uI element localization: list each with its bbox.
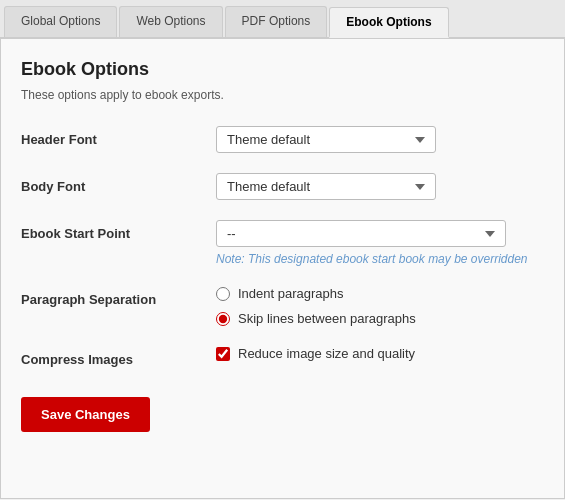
- radio-indent-paragraphs[interactable]: Indent paragraphs: [216, 286, 544, 301]
- tabs-container: Global Options Web Options PDF Options E…: [0, 0, 565, 39]
- body-font-select[interactable]: Theme default Arial Georgia Times New Ro…: [216, 173, 436, 200]
- compress-images-option-label: Reduce image size and quality: [238, 346, 415, 361]
- radio-indent-label: Indent paragraphs: [238, 286, 344, 301]
- tab-ebook-options[interactable]: Ebook Options: [329, 7, 448, 38]
- compress-images-checkbox[interactable]: [216, 347, 230, 361]
- paragraph-separation-row: Paragraph Separation Indent paragraphs S…: [21, 286, 544, 326]
- page-subtitle: These options apply to ebook exports.: [21, 88, 544, 102]
- header-font-row: Header Font Theme default Arial Georgia …: [21, 126, 544, 153]
- ebook-start-point-label: Ebook Start Point: [21, 220, 216, 241]
- body-font-control: Theme default Arial Georgia Times New Ro…: [216, 173, 544, 200]
- ebook-start-point-control: -- Note: This designated ebook start boo…: [216, 220, 544, 266]
- content-area: Ebook Options These options apply to ebo…: [0, 39, 565, 499]
- ebook-start-point-row: Ebook Start Point -- Note: This designat…: [21, 220, 544, 266]
- tab-web-options[interactable]: Web Options: [119, 6, 222, 37]
- paragraph-separation-label: Paragraph Separation: [21, 286, 216, 307]
- radio-skip-label: Skip lines between paragraphs: [238, 311, 416, 326]
- tab-global-options[interactable]: Global Options: [4, 6, 117, 37]
- radio-indent-input[interactable]: [216, 287, 230, 301]
- header-font-label: Header Font: [21, 126, 216, 147]
- ebook-start-point-note: Note: This designated ebook start book m…: [216, 252, 544, 266]
- compress-images-label: Compress Images: [21, 346, 216, 367]
- body-font-row: Body Font Theme default Arial Georgia Ti…: [21, 173, 544, 200]
- ebook-start-point-select[interactable]: --: [216, 220, 506, 247]
- compress-images-row: Compress Images Reduce image size and qu…: [21, 346, 544, 367]
- header-font-select[interactable]: Theme default Arial Georgia Times New Ro…: [216, 126, 436, 153]
- paragraph-separation-control: Indent paragraphs Skip lines between par…: [216, 286, 544, 326]
- compress-images-checkbox-label[interactable]: Reduce image size and quality: [216, 346, 544, 361]
- header-font-control: Theme default Arial Georgia Times New Ro…: [216, 126, 544, 153]
- save-button[interactable]: Save Changes: [21, 397, 150, 432]
- radio-skip-lines[interactable]: Skip lines between paragraphs: [216, 311, 544, 326]
- radio-skip-input[interactable]: [216, 312, 230, 326]
- radio-group-paragraph: Indent paragraphs Skip lines between par…: [216, 286, 544, 326]
- tab-pdf-options[interactable]: PDF Options: [225, 6, 328, 37]
- body-font-label: Body Font: [21, 173, 216, 194]
- compress-images-control: Reduce image size and quality: [216, 346, 544, 361]
- page-title: Ebook Options: [21, 59, 544, 80]
